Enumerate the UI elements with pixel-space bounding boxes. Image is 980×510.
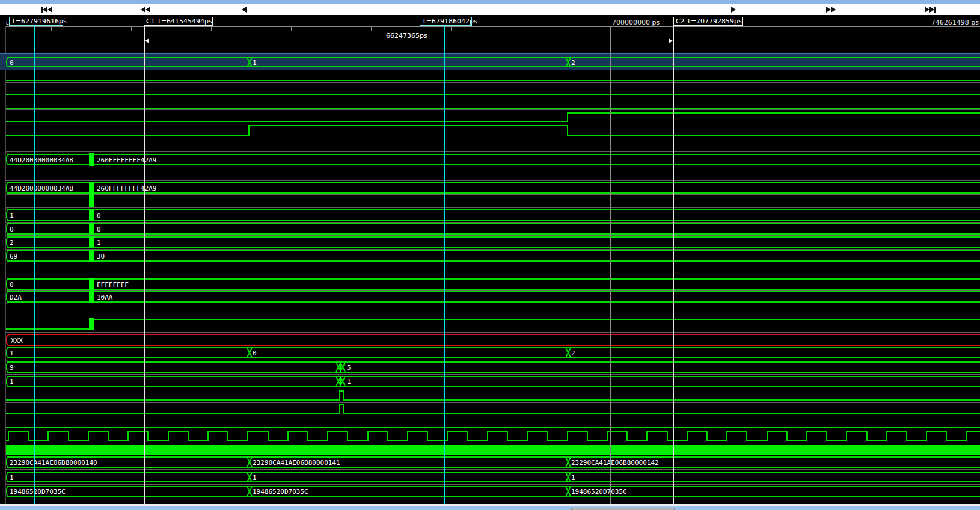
clock-line (827, 440, 847, 441)
bus-value: 19486520D7035C (571, 488, 627, 496)
clock-line (447, 431, 467, 432)
clock-line (946, 440, 966, 441)
wave-row-toggling-fill[interactable] (6, 445, 980, 455)
signal-line (6, 108, 980, 109)
bus-glitch-icon (340, 361, 341, 373)
timescale-tick (691, 27, 691, 31)
bus-value: 1 (253, 473, 257, 481)
bus-bottom-line (7, 192, 980, 194)
bus-glitch-icon (89, 236, 94, 248)
bus-value: D2A (10, 293, 22, 301)
marker-box-t[interactable]: T=679186042ps (420, 17, 472, 26)
rewind-icon[interactable] (141, 6, 150, 13)
marker-box-c1[interactable]: C1 T=641545494ps (144, 17, 213, 26)
fast-forward-icon[interactable] (826, 6, 836, 13)
bus-bottom-line (7, 301, 980, 303)
bus-left-cap (6, 223, 11, 235)
bus-top-line (7, 182, 980, 183)
arrow-head-left (145, 38, 149, 43)
bus-top-line (7, 456, 980, 458)
bus-value: 23290CA41AE06B80000142 (571, 458, 659, 466)
bus-bottom-line (7, 233, 980, 235)
bus-value: 5 (347, 363, 351, 371)
clock-line (288, 431, 308, 432)
bus-value: 0 (253, 349, 257, 357)
marker-box-c2[interactable]: C2 T=707792859ps (673, 17, 743, 26)
clock-edge (47, 431, 49, 441)
marker-box-primary[interactable]: T=627919616ps (9, 17, 63, 26)
bus-bottom-line (7, 66, 980, 67)
clock-line (88, 431, 108, 432)
bus-left-cap (6, 209, 11, 221)
clipped-label-fragment: ε (6, 20, 9, 26)
rewind-icon-part (141, 7, 145, 13)
bus-value: 1 (347, 378, 351, 386)
signal-edge (343, 390, 344, 401)
bus-bottom-line (7, 247, 980, 248)
bus-value: 260FFFFFFFF42A9 (97, 156, 156, 164)
signal-line (6, 121, 568, 122)
clock-line (907, 440, 926, 441)
step-forward-icon[interactable] (731, 6, 736, 13)
clock-edge (567, 431, 568, 441)
wave-row-glitch[interactable] (0, 195, 980, 206)
step-back-icon-part (242, 7, 247, 13)
bus-bottom-line (7, 386, 980, 387)
bus-top-line (7, 472, 980, 473)
t-marker-line (444, 26, 445, 504)
bus-bottom-line (7, 357, 980, 358)
horizontal-scrollbar-track[interactable] (0, 506, 980, 510)
bus-top-line (7, 223, 980, 224)
timescale-tick (451, 27, 452, 31)
bus-bottom-line (7, 481, 980, 482)
clock-line (168, 431, 188, 432)
bus-glitch-icon (89, 223, 94, 235)
clock-line (69, 440, 88, 441)
bus-value: 1 (253, 58, 257, 66)
bus-value: FFFFFFFF (97, 280, 129, 288)
signal-line (568, 112, 980, 114)
bus-top-line (7, 361, 980, 363)
step-back-icon[interactable] (242, 6, 247, 13)
bus-glitch-icon (340, 376, 341, 387)
clock-line (707, 440, 727, 441)
bus-value: 2 (571, 58, 575, 66)
clock-edge (88, 431, 89, 441)
timescale-major-label: 700000000 ps (612, 19, 660, 26)
bus-left-cap (6, 361, 11, 373)
bus-glitch-icon (89, 182, 94, 194)
clock-line (468, 440, 488, 441)
timescale-gridline (610, 26, 611, 504)
clock-edge (287, 431, 289, 441)
clock-edge (207, 431, 209, 441)
bus-transition-icon (247, 473, 251, 482)
clock-line (328, 431, 348, 432)
bus-value: 44D20000000034A8 (10, 184, 73, 192)
skip-to-start-icon[interactable] (41, 6, 52, 13)
clock-line (248, 431, 268, 432)
bus-value: 19486520D7035C (253, 488, 308, 496)
clock-line (48, 431, 68, 432)
bus-transition-icon (565, 58, 570, 67)
timescale-tick (611, 27, 611, 31)
bus-transition-icon (247, 58, 251, 67)
skip-to-end-icon[interactable] (925, 6, 936, 13)
clock-edge (726, 431, 727, 441)
signal-line (91, 319, 980, 320)
bus-transition-icon (565, 487, 570, 496)
bus-bottom-line (7, 260, 980, 262)
fast-forward-icon-part (826, 7, 831, 13)
signal-line (6, 328, 91, 330)
bus-glitch-icon (89, 209, 94, 221)
clock-line (128, 431, 148, 432)
signal-line (6, 80, 980, 81)
horizontal-scrollbar-thumb[interactable] (571, 508, 675, 510)
marker-span-label: 66247365ps (386, 32, 427, 40)
signal-line (6, 135, 249, 136)
bus-glitch-icon (89, 194, 94, 207)
timescale-tick (771, 27, 771, 31)
marker-span-arrow (148, 41, 670, 41)
signal-edge (339, 404, 340, 414)
timescale-tick (851, 27, 851, 31)
skip-to-start-icon-part (47, 7, 52, 13)
